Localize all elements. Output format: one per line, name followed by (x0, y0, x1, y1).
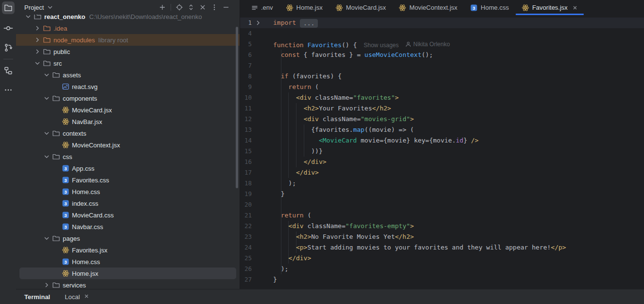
tree-item-src[interactable]: src (16, 57, 240, 69)
more-tools-icon[interactable] (2, 84, 15, 96)
code-line-6[interactable]: 6 const { favorites } = useMovieContext(… (240, 50, 644, 60)
tree-item-label: MovieContext.jsx (72, 142, 120, 149)
editor-tab--env[interactable]: .env (245, 0, 279, 15)
chevron-down-icon[interactable] (46, 3, 54, 11)
tree-item-public[interactable]: public (16, 46, 240, 57)
code-line-13[interactable]: 13 {favorites.map((movie) => ( (240, 125, 644, 135)
tree-item-node-modules[interactable]: node_moduleslibrary root (16, 34, 240, 46)
tree-item-moviecard-css[interactable]: 3MovieCard.css (16, 209, 240, 221)
code-line-8[interactable]: 8 if (favorites) { (240, 71, 644, 82)
line-number: 10 (240, 92, 252, 103)
code-line-17[interactable]: 17 </div> (240, 167, 644, 178)
code-line-21[interactable]: 21 return ( (240, 210, 644, 221)
tree-item-css[interactable]: css (16, 151, 240, 162)
tree-item-moviecard-jsx[interactable]: MovieCard.jsx (16, 104, 240, 116)
tree-item-components[interactable]: components (16, 92, 240, 104)
code-line-19[interactable]: 19 } (240, 189, 644, 199)
terminal-title[interactable]: Terminal (24, 293, 50, 301)
code-line-5[interactable]: 5function Favorites() {Show usagesNikita… (240, 39, 644, 50)
code-line-10[interactable]: 10 <div className="favorites"> (240, 92, 644, 103)
code-line-1[interactable]: 1import... (240, 18, 644, 28)
code-line-24[interactable]: 24 <p>Start adding movies to your favori… (240, 242, 644, 253)
chevron-spacer (52, 269, 60, 277)
fold-arrow-icon[interactable] (252, 18, 264, 28)
add-icon[interactable] (157, 2, 167, 12)
code-line-27[interactable]: 27} (240, 274, 644, 285)
commit-icon[interactable] (2, 22, 15, 35)
expand-all-icon[interactable] (186, 2, 196, 12)
editor-tab-moviecontext-jsx[interactable]: MovieContext.jsx (392, 0, 464, 15)
chevron-down-icon[interactable] (34, 59, 41, 67)
code-text: {favorites.map((movie) => ( (264, 125, 644, 135)
hide-panel-icon[interactable] (221, 2, 231, 12)
tree-item-navbar-css[interactable]: 3Navbar.css (16, 221, 240, 232)
tree-item-contexts[interactable]: contexts (16, 127, 240, 139)
code-line-20[interactable]: 20 (240, 199, 644, 210)
code-line-4[interactable]: 4 (240, 28, 644, 39)
tree-item-app-css[interactable]: 3App.css (16, 162, 240, 174)
editor-tab-home-jsx[interactable]: Home.jsx (279, 0, 329, 15)
tree-item-index-css[interactable]: 3index.css (16, 197, 240, 209)
tab-label: Home.css (481, 4, 509, 11)
tree-item-favorites-jsx[interactable]: Favorites.jsx (16, 244, 240, 256)
tree-item-label: MovieCard.jsx (72, 107, 112, 114)
code-line-9[interactable]: 9 return ( (240, 82, 644, 92)
structure-icon[interactable] (2, 64, 15, 77)
pull-requests-icon[interactable] (2, 41, 15, 54)
code-line-22[interactable]: 22 <div className="favorites-empty"> (240, 221, 644, 232)
chevron-right-icon[interactable] (34, 36, 41, 44)
usages-inlay-hint[interactable]: Show usages (364, 40, 399, 51)
fold-gutter (252, 210, 264, 221)
chevron-right-icon[interactable] (34, 48, 41, 55)
code-editor[interactable]: 1import...45function Favorites() {Show u… (240, 15, 644, 289)
code-line-23[interactable]: 23 <h2>No Favorite Movies Yet</h2> (240, 232, 644, 242)
code-text: } (264, 189, 644, 199)
chevron-down-icon[interactable] (43, 234, 51, 242)
tree-item-pages[interactable]: pages (16, 232, 240, 244)
locate-file-icon[interactable] (174, 2, 184, 12)
code-line-25[interactable]: 25 </div> (240, 253, 644, 264)
tree-item-assets[interactable]: assets (16, 69, 240, 81)
tree-item-home-css[interactable]: 3Home.css (16, 256, 240, 268)
chevron-right-icon[interactable] (43, 281, 51, 289)
chevron-down-icon[interactable] (43, 94, 51, 102)
project-folder-icon[interactable] (2, 1, 15, 14)
tree-item--idea[interactable]: .idea (16, 22, 240, 34)
chevron-spacer (52, 83, 60, 90)
editor-area: .envHome.jsxMovieCard.jsxMovieContext.js… (240, 0, 644, 289)
code-line-26[interactable]: 26 ); (240, 264, 644, 274)
tree-scrollbar[interactable] (236, 27, 238, 188)
editor-tab-favorites-jsx[interactable]: Favorites.jsx (515, 0, 584, 15)
close-icon[interactable] (84, 293, 89, 301)
close-icon[interactable] (572, 5, 578, 11)
chevron-down-icon[interactable] (43, 129, 51, 137)
fold-gutter (252, 189, 264, 199)
code-line-15[interactable]: 15 ))} (240, 146, 644, 157)
tree-item-navbar-jsx[interactable]: NavBar.jsx (16, 116, 240, 127)
tab-label: Favorites.jsx (532, 4, 568, 11)
author-inlay-hint[interactable]: Nikita Orlenko (405, 39, 450, 50)
collapse-all-icon[interactable] (198, 2, 208, 12)
code-line-12[interactable]: 12 <div className="movies-grid"> (240, 114, 644, 125)
tree-item-home-css[interactable]: 3Home.css (16, 186, 240, 197)
svg-text:3: 3 (64, 201, 67, 206)
project-panel-title: Project (24, 4, 44, 11)
chevron-down-icon[interactable] (43, 153, 51, 161)
chevron-right-icon[interactable] (34, 24, 41, 32)
code-line-7[interactable]: 7 (240, 60, 644, 71)
code-line-16[interactable]: 16 </div> (240, 157, 644, 167)
tree-item-services[interactable]: services (16, 279, 240, 289)
tree-item-moviecontext-jsx[interactable]: MovieContext.jsx (16, 139, 240, 151)
terminal-tab-local[interactable]: Local (65, 293, 89, 301)
tree-item-favorites-css[interactable]: 3Favorites.css (16, 174, 240, 186)
line-number: 22 (240, 221, 252, 232)
chevron-down-icon[interactable] (43, 71, 51, 79)
editor-tab-moviecard-jsx[interactable]: MovieCard.jsx (329, 0, 392, 15)
code-line-18[interactable]: 18 ); (240, 178, 644, 189)
code-line-14[interactable]: 14 <MovieCard movie={movie} key={movie.i… (240, 135, 644, 146)
tree-item-home-jsx[interactable]: Home.jsx (16, 268, 240, 279)
tree-item-react-svg[interactable]: react.svg (16, 81, 240, 92)
code-line-11[interactable]: 11 <h2>Your Favorites</h2> (240, 103, 644, 114)
options-kebab-icon[interactable] (209, 2, 219, 12)
editor-tab-home-css[interactable]: 3Home.css (464, 0, 515, 15)
